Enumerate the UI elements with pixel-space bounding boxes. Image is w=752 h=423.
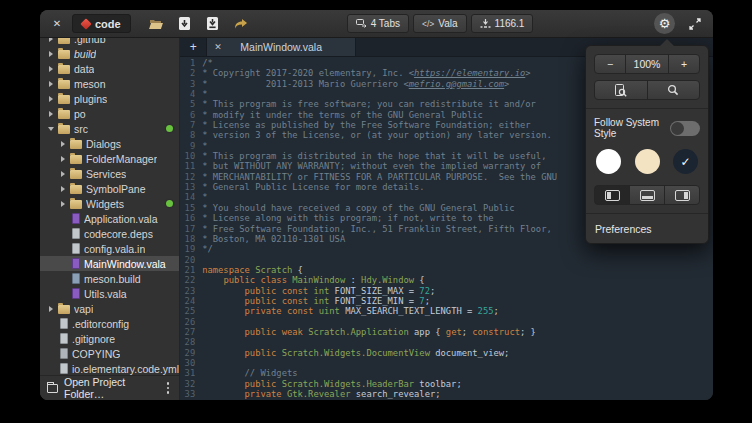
project-chip[interactable]: code <box>72 14 131 33</box>
theme-dark-button[interactable]: ✓ <box>673 149 698 174</box>
tree-item-build[interactable]: build <box>40 46 179 61</box>
tree-item-symbolpane[interactable]: SymbolPane <box>40 181 179 196</box>
tree-item-config-vala-in[interactable]: config.vala.in <box>40 241 179 256</box>
tree-item-utils-vala[interactable]: Utils.vala <box>40 286 179 301</box>
arrow-spacer <box>60 290 68 298</box>
follow-system-style-toggle[interactable] <box>670 121 700 136</box>
code-line[interactable]: 28 <box>180 337 713 347</box>
tree-item-plugins[interactable]: plugins <box>40 91 179 106</box>
project-chip-label: code <box>95 18 121 30</box>
window-close-button[interactable]: ✕ <box>50 18 64 29</box>
expand-arrow-icon[interactable] <box>48 65 56 73</box>
code-line[interactable]: 32 public Scratch.Widgets.HeaderBar tool… <box>180 379 713 389</box>
find-controls <box>594 80 700 100</box>
code-line[interactable]: 29 public Scratch.Widgets.DocumentView d… <box>180 348 713 358</box>
language-button[interactable]: </> Vala <box>413 14 467 33</box>
zoom-out-button[interactable]: − <box>594 54 626 74</box>
headerbar: ✕ code <box>40 10 713 38</box>
code-line[interactable]: 30 <box>180 358 713 368</box>
code-line[interactable]: 25 private const uint MAX_SEARCH_TEXT_LE… <box>180 306 713 316</box>
fullscreen-button[interactable] <box>687 16 703 32</box>
tree-item-vapi[interactable]: vapi <box>40 301 179 316</box>
code-text: * Copyright 2017-2020 elementary, Inc. <… <box>202 68 530 78</box>
code-line[interactable]: 24 public const int FONT_SIZE_MIN = 7; <box>180 296 713 306</box>
code-line[interactable]: 19*/ <box>180 244 713 254</box>
new-tab-button[interactable]: + <box>180 38 206 56</box>
sidebar-menu-button[interactable] <box>164 380 173 396</box>
zoom-level[interactable]: 100% <box>625 54 669 74</box>
tree-item-src[interactable]: src <box>40 121 179 136</box>
expand-arrow-icon[interactable] <box>48 50 56 58</box>
tree-item-io-elementary-code-yml[interactable]: io.elementary.code.yml <box>40 361 179 375</box>
open-file-button[interactable] <box>147 14 167 34</box>
expand-arrow-icon[interactable] <box>60 185 68 193</box>
tree-item-po[interactable]: po <box>40 106 179 121</box>
tabs-overview-button[interactable]: 4 Tabs <box>347 14 409 33</box>
modified-badge <box>166 125 173 132</box>
line-number: 30 <box>180 358 202 368</box>
code-line[interactable]: 33 private Gtk.Revealer search_revealer; <box>180 389 713 399</box>
expand-arrow-icon[interactable] <box>48 80 56 88</box>
settings-menu-button[interactable]: ⚙ <box>654 13 675 34</box>
tab-close-icon[interactable]: ✕ <box>214 42 226 52</box>
code-line[interactable]: 31 // Widgets <box>180 368 713 378</box>
tree-item-application-vala[interactable]: Application.vala <box>40 211 179 226</box>
expand-arrow-icon[interactable] <box>60 140 68 148</box>
line-number: 26 <box>180 317 202 327</box>
expand-arrow-icon[interactable] <box>60 155 68 163</box>
save-as-button[interactable] <box>203 14 223 34</box>
tab-mainwindow-vala[interactable]: ✕ MainWindow.vala <box>206 38 356 56</box>
tree-item-label: SymbolPane <box>86 183 146 195</box>
collapse-arrow-icon[interactable] <box>48 125 56 133</box>
bottom-panel-icon <box>640 190 655 201</box>
line-number: 5 <box>180 99 202 109</box>
tree-item-foldermanager[interactable]: FolderManager <box>40 151 179 166</box>
open-project-folder-label[interactable]: Open Project Folder… <box>64 376 158 400</box>
expand-arrow-icon[interactable] <box>48 95 56 103</box>
tree-item-widgets[interactable]: Widgets <box>40 196 179 211</box>
tree-item-codecore-deps[interactable]: codecore.deps <box>40 226 179 241</box>
expand-arrow-icon[interactable] <box>48 38 56 43</box>
line-number: 3 <box>180 79 202 89</box>
toggle-outline-button[interactable] <box>664 185 700 205</box>
tree-item-data[interactable]: data <box>40 61 179 76</box>
theme-light-button[interactable] <box>596 149 621 174</box>
tree-item-meson-build[interactable]: meson.build <box>40 271 179 286</box>
toggle-terminal-button[interactable] <box>629 185 665 205</box>
tree-item-dialogs[interactable]: Dialogs <box>40 136 179 151</box>
theme-sepia-button[interactable] <box>635 149 660 174</box>
goto-line-button[interactable]: 1166.1 <box>471 14 534 33</box>
preferences-menu-item[interactable]: Preferences <box>594 222 700 235</box>
goto-line-label: 1166.1 <box>495 18 525 29</box>
expand-arrow-icon[interactable] <box>60 200 68 208</box>
line-number: 10 <box>180 151 202 161</box>
expand-arrow-icon[interactable] <box>48 305 56 313</box>
save-button[interactable] <box>175 14 195 34</box>
tree-item-services[interactable]: Services <box>40 166 179 181</box>
zoom-in-button[interactable]: + <box>668 54 700 74</box>
code-line[interactable]: 23 public const int FONT_SIZE_MAX = 72; <box>180 286 713 296</box>
tree-item--github[interactable]: .github <box>40 38 179 46</box>
code-line[interactable]: 20 <box>180 255 713 265</box>
vala-file-icon <box>72 213 80 224</box>
code-line[interactable]: 26 <box>180 317 713 327</box>
code-line[interactable]: 21namespace Scratch { <box>180 265 713 275</box>
headerbar-tools <box>147 14 251 34</box>
code-line[interactable]: 22 public class MainWindow : Hdy.Window … <box>180 275 713 285</box>
vala-file-icon <box>72 288 80 299</box>
code-text: public class MainWindow : Hdy.Window { <box>202 275 424 285</box>
search-button[interactable] <box>647 80 701 100</box>
code-text: * <box>202 89 207 99</box>
code-line[interactable]: 27 public weak Scratch.Application app {… <box>180 327 713 337</box>
tree-item-mainwindow-vala[interactable]: MainWindow.vala <box>40 256 179 271</box>
find-replace-button[interactable] <box>594 80 648 100</box>
tree-item--editorconfig[interactable]: .editorconfig <box>40 316 179 331</box>
tree-item-meson[interactable]: meson <box>40 76 179 91</box>
tree-item--gitignore[interactable]: .gitignore <box>40 331 179 346</box>
code-text: * License as published by the Free Softw… <box>202 120 530 130</box>
share-button[interactable] <box>231 14 251 34</box>
expand-arrow-icon[interactable] <box>48 110 56 118</box>
toggle-sidebar-button[interactable] <box>594 185 630 205</box>
tree-item-copying[interactable]: COPYING <box>40 346 179 361</box>
expand-arrow-icon[interactable] <box>60 170 68 178</box>
